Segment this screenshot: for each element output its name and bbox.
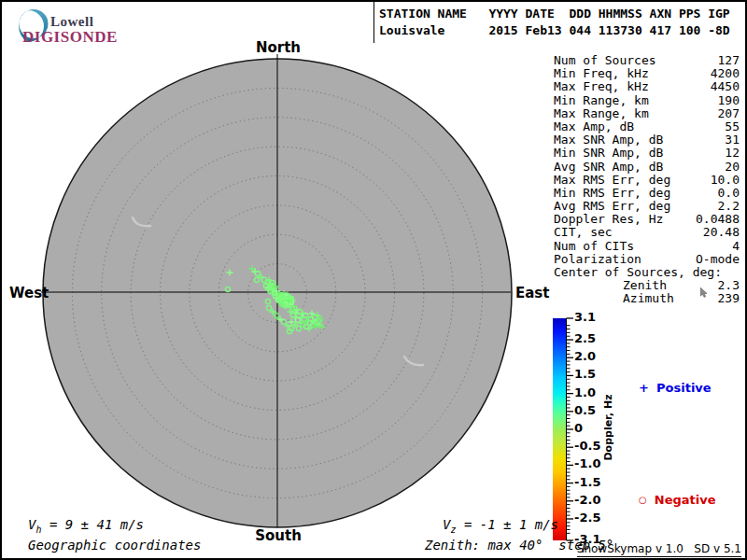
colorbar-tick-label: -0.5 [574,439,612,453]
colorbar-tick-label: 1.5 [574,367,612,381]
showskymap-window: Lowell DIGISONDE STATION NAMEYYYYDATEDDD… [0,0,747,560]
compass-north-label: North [222,39,334,56]
colorbar-tick-label: -2.5 [574,511,612,525]
colorbar-tick-label: -3.1 [574,532,612,546]
legend-positive-label: Positive [656,381,712,395]
circle-marker-icon: ○ [639,495,647,505]
compass-west-label: West [9,285,45,301]
colorbar-tick-label: -1.0 [574,456,612,470]
colorbar-tick-label: 1.0 [574,385,612,399]
legend-negative: ○Negative [622,479,716,521]
skymap-plot [2,2,745,558]
colorbar-tick-label: -1.5 [574,475,612,489]
colorbar-tick-label: 2.5 [574,331,612,345]
colorbar-tick-label: 2.0 [574,349,612,363]
colorbar-tick-label: 0.5 [574,403,612,417]
plus-marker-icon: + [639,381,649,395]
doppler-colorbar [553,318,566,540]
colorbar-tick-label: 3.1 [574,310,612,324]
colorbar-tick-label: 0 [574,421,612,435]
compass-south-label: South [222,527,334,544]
compass-east-label: East [515,285,549,301]
vertical-velocity-text: Vz = -1 ± 1 m/s [443,517,558,535]
legend-positive: +Positive [622,367,712,409]
legend-negative-label: Negative [655,493,716,507]
colorbar-tick-label: -2.0 [574,493,612,507]
coordinate-system-text: Geographic coordinates [28,538,201,553]
horizontal-velocity-text: Vh = 9 ± 41 m/s [28,517,144,535]
